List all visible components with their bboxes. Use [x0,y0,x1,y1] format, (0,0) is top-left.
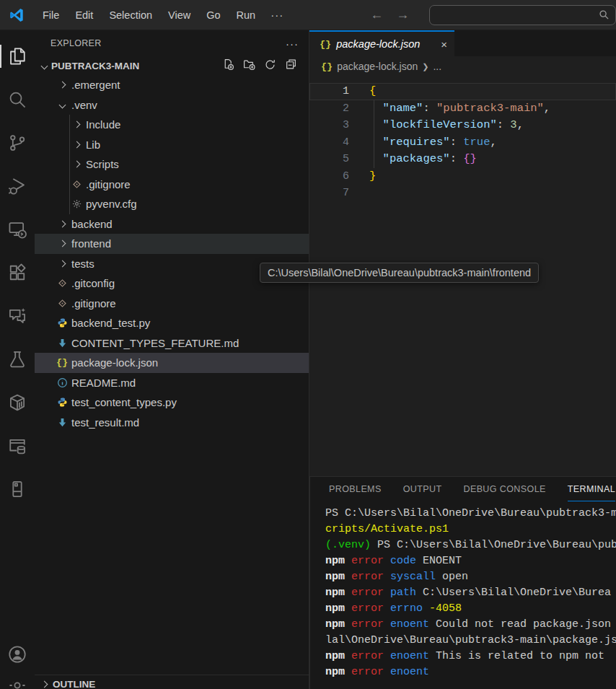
tree-item-label: backend_test.py [71,317,150,329]
chevron-right-icon [58,82,66,89]
panel-tab-output[interactable]: OUTPUT [403,477,442,501]
vscode-window: FileEditSelectionViewGoRun ··· ← → EXPLO… [0,0,616,689]
chevron-right-icon [58,260,66,267]
terminal-line: npm error syscall open [325,569,616,585]
tree-folder-include[interactable]: Include [35,115,309,135]
tree-folder-frontend[interactable]: frontend [35,234,309,254]
arrow-left-icon[interactable]: ← [369,7,384,22]
terminal-line: (.venv) PS C:\Users\Bilal\OneDrive\Burea… [325,537,616,553]
new-folder-icon[interactable] [243,58,255,73]
code-line-4[interactable]: 4 "requires": true, [309,134,616,152]
panel-tab-terminal[interactable]: TERMINAL [568,477,615,501]
breadcrumb-tail[interactable]: ... [433,61,441,72]
menu-run[interactable]: Run [229,5,264,25]
database-window-icon[interactable] [0,429,35,463]
terminal-line: npm error enoent This is related to npm … [325,649,616,664]
tree-folder-backend[interactable]: backend [35,214,309,234]
account-icon[interactable] [0,637,35,672]
line-number: 3 [309,117,349,134]
source-control-icon[interactable] [0,126,35,160]
tree-file-readme-md[interactable]: README.md [35,373,309,393]
json-file-icon: {} [320,39,331,50]
tree-file-package-lock-json[interactable]: {}package-lock.json [35,353,309,373]
vscode-logo-icon [9,7,25,23]
explorer-more-button[interactable]: ··· [286,38,299,50]
line-number: 1 [309,83,349,100]
project-section-header[interactable]: PUBTRACK3-MAIN [35,56,309,75]
new-file-icon[interactable] [222,58,234,73]
code-line-1[interactable]: 1{ [309,83,616,100]
extensions-icon[interactable] [0,255,35,290]
breadcrumb[interactable]: {} package-lock.json ❯ ... [309,56,616,76]
code-line-7[interactable]: 7 [309,185,616,202]
menu-overflow-button[interactable]: ··· [263,9,291,21]
file-tree: .emergent.venvIncludeLibScripts.gitignor… [35,75,309,432]
tree-item-label: .gitignore [86,178,131,190]
tree-folder--emergent[interactable]: .emergent [35,75,309,95]
testing-flask-icon[interactable] [0,342,35,377]
tree-folder-lib[interactable]: Lib [35,135,309,155]
tree-folder--venv[interactable]: .venv [35,95,309,115]
tree-file--gitignore[interactable]: .gitignore [35,294,309,314]
code-line-5[interactable]: 5 "packages": {} [309,151,616,168]
device-icon[interactable] [0,472,35,506]
tree-item-label: README.md [71,377,136,389]
tree-item-label: CONTENT_TYPES_FEATURE.md [71,337,239,349]
chat-icon[interactable] [0,299,35,333]
tree-item-label: .venv [71,99,97,111]
outline-label: OUTLINE [53,679,95,689]
tree-file-pyvenv-cfg[interactable]: pyvenv.cfg [35,194,309,214]
tree-folder-scripts[interactable]: Scripts [35,154,309,175]
collapse-all-icon[interactable] [285,58,297,73]
search-icon[interactable] [0,82,35,117]
line-number: 6 [309,168,349,185]
settings-gear-icon[interactable] [0,682,35,689]
tree-item-label: backend [71,218,113,230]
outline-section-header[interactable]: OUTLINE [35,675,309,689]
menu-file[interactable]: File [35,5,67,25]
chevron-right-icon [58,220,66,227]
json-file-icon: {} [321,61,333,72]
remote-explorer-icon[interactable] [0,212,35,247]
tree-file--gitignore[interactable]: .gitignore [35,175,309,195]
menu-selection[interactable]: Selection [101,5,160,25]
gear-file-icon [71,198,83,210]
code-line-6[interactable]: 6} [309,168,616,185]
line-number: 4 [309,134,349,152]
json-icon: {} [56,356,69,369]
tree-file-backend-test-py[interactable]: backend_test.py [35,313,309,333]
tree-file-content-types-feature-md[interactable]: CONTENT_TYPES_FEATURE.md [35,333,309,354]
line-number: 7 [309,185,349,202]
tree-file-test-result-md[interactable]: test_result.md [35,413,309,433]
terminal-output[interactable]: PS C:\Users\Bilal\OneDrive\Bureau\pubtra… [310,501,616,680]
code-line-2[interactable]: 2 "name": "pubtrack3-main", [309,100,616,118]
breadcrumb-file[interactable]: package-lock.json [337,61,418,72]
tree-item-label: test_result.md [71,416,139,429]
close-icon[interactable]: × [441,38,447,51]
menu-go[interactable]: Go [198,5,228,25]
explorer-title: EXPLORER [50,38,101,48]
git-icon [56,277,69,289]
terminal-line: lal\OneDrive\Bureau\pubtrack3-main\packa… [325,633,616,649]
run-debug-icon[interactable] [0,169,35,203]
tab-bar: {} package-lock.json × [309,30,616,56]
menu-view[interactable]: View [160,5,198,25]
tree-item-label: test_content_types.py [71,396,177,408]
explorer-icon[interactable] [0,39,35,74]
menu-edit[interactable]: Edit [67,5,101,25]
chevron-right-icon [73,141,80,148]
tab-package-lock-json[interactable]: {} package-lock.json × [309,30,454,56]
panel-tab-bar: PROBLEMSOUTPUTDEBUG CONSOLETERMINAL [310,477,616,501]
markdown-icon [56,416,69,429]
tree-file-test-content-types-py[interactable]: test_content_types.py [35,392,309,413]
chevron-down-icon [41,62,48,69]
refresh-icon[interactable] [264,58,276,73]
code-line-3[interactable]: 3 "lockfileVersion": 3, [309,117,616,134]
panel-tab-debug-console[interactable]: DEBUG CONSOLE [463,477,545,501]
panel-tab-problems[interactable]: PROBLEMS [329,477,382,501]
chevron-right-icon: ❯ [422,62,428,71]
arrow-right-icon[interactable]: → [395,7,410,22]
markdown-icon [56,337,69,349]
search-input[interactable] [429,5,616,25]
container-icon[interactable] [0,385,35,420]
